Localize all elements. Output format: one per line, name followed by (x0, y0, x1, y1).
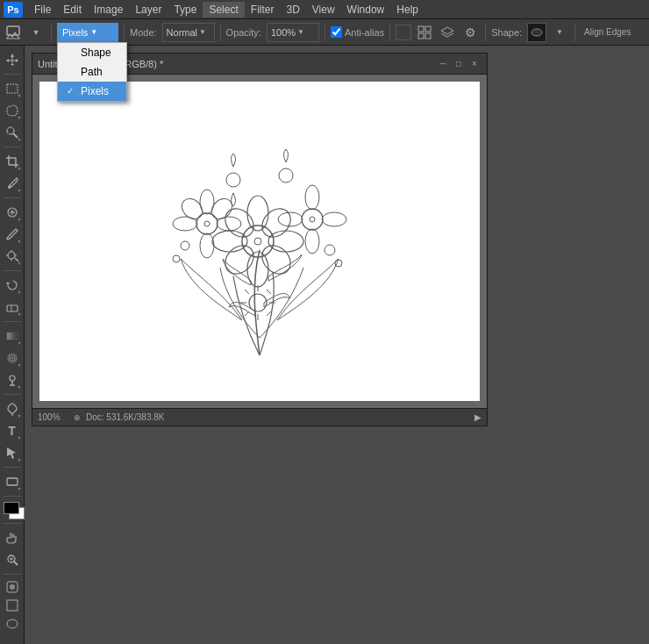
dodge-tool[interactable]: ▼ (2, 369, 23, 390)
opacity-value: 100% (271, 27, 296, 38)
quick-mask-tool[interactable] (4, 578, 21, 596)
menu-3d[interactable]: 3D (280, 2, 305, 18)
brush-tool[interactable]: ▼ (2, 224, 23, 245)
clone-tool[interactable]: ▼ (2, 246, 23, 267)
pixels-button[interactable]: Pixels ▼ (57, 23, 118, 42)
toolbar-sep-6 (4, 394, 21, 395)
svg-rect-30 (7, 305, 18, 311)
svg-marker-8 (6, 54, 18, 66)
anti-alias-checkbox[interactable]: Anti-alias (331, 26, 384, 38)
document-statusbar: 100% ⊕ Doc: 531.6K/383.8K ▶ (32, 408, 487, 426)
square-icon[interactable] (396, 25, 411, 40)
eyedropper-tool[interactable]: ▼ (2, 173, 23, 194)
opacity-label: Opacity: (226, 27, 261, 38)
menu-view[interactable]: View (306, 2, 341, 18)
blur-arrow: ▼ (18, 362, 22, 368)
menu-help[interactable]: Help (390, 2, 424, 18)
opacity-arrow-icon: ▼ (297, 28, 304, 36)
pathsel-arrow: ▼ (18, 457, 22, 462)
app-logo: Ps (4, 2, 23, 18)
svg-line-85 (267, 311, 271, 316)
anti-alias-input[interactable] (331, 26, 342, 38)
svg-rect-2 (418, 26, 424, 32)
pixels-label: Pixels (62, 27, 88, 38)
gradient-tool[interactable]: ▼ (2, 326, 23, 347)
healing-tool[interactable]: ▼ (2, 202, 23, 223)
lasso-tool[interactable]: ▼ (2, 100, 23, 121)
svg-point-72 (279, 168, 293, 182)
menu-image[interactable]: Image (88, 2, 129, 18)
blur-tool[interactable]: ▼ (2, 347, 23, 369)
history-tool[interactable]: ▼ (2, 275, 23, 296)
dodge-arrow: ▼ (18, 384, 22, 390)
svg-rect-4 (418, 33, 424, 39)
mode-dropdown[interactable]: Normal ▼ (162, 23, 215, 42)
minimize-button[interactable]: ─ (436, 57, 450, 71)
main-layout: ▼ ▼ ▼ (0, 46, 649, 644)
clone-arrow: ▼ (18, 261, 22, 266)
close-button[interactable]: × (467, 57, 481, 71)
pen-arrow: ▼ (18, 413, 22, 419)
svg-point-24 (8, 252, 15, 259)
separator-2 (124, 24, 125, 41)
menu-edit[interactable]: Edit (57, 2, 88, 18)
svg-marker-29 (6, 283, 10, 285)
menu-type[interactable]: Type (168, 2, 203, 18)
svg-point-20 (8, 186, 11, 189)
healing-arrow: ▼ (18, 217, 22, 222)
pixels-dropdown[interactable]: Pixels ▼ Shape Path ✓ Pixels (57, 23, 118, 42)
oval-select-tool[interactable] (4, 615, 21, 633)
shape-dropdown-icon[interactable]: ▼ (550, 23, 569, 42)
menu-layer[interactable]: Layer (129, 2, 168, 18)
lasso-arrow: ▼ (18, 115, 22, 120)
svg-point-74 (335, 260, 342, 267)
gradient-arrow: ▼ (18, 340, 22, 346)
foreground-color[interactable] (4, 502, 19, 514)
shape-label: Shape (81, 47, 111, 59)
type-tool[interactable]: T ▼ (2, 420, 23, 441)
svg-point-55 (219, 203, 259, 242)
screen-mode-tool[interactable] (4, 597, 21, 614)
crop-tool[interactable]: ▼ (2, 151, 23, 172)
magic-wand-tool[interactable]: ▼ (2, 122, 23, 143)
svg-point-66 (302, 209, 323, 230)
svg-point-73 (324, 245, 335, 255)
svg-point-47 (10, 584, 15, 590)
canvas-content[interactable] (39, 82, 480, 401)
svg-line-83 (267, 290, 271, 294)
marquee-tool[interactable]: ▼ (2, 78, 23, 99)
svg-point-49 (7, 619, 18, 628)
svg-marker-1 (7, 32, 19, 39)
menu-filter[interactable]: Filter (245, 2, 281, 18)
eraser-tool[interactable]: ▼ (2, 297, 23, 318)
menu-window[interactable]: Window (341, 2, 391, 18)
opacity-dropdown[interactable]: 100% ▼ (267, 23, 319, 42)
menu-file[interactable]: File (28, 2, 57, 18)
svg-rect-3 (425, 26, 431, 32)
toolbar-sep-1 (4, 74, 21, 75)
mode-arrow-icon: ▼ (199, 28, 206, 36)
brush-arrow: ▼ (18, 239, 22, 244)
path-select-tool[interactable]: ▼ (2, 442, 23, 463)
eraser-arrow: ▼ (18, 311, 22, 317)
grid-icon[interactable] (415, 23, 434, 42)
svg-marker-6 (441, 27, 453, 34)
restore-button[interactable]: □ (452, 57, 466, 71)
shape-tool[interactable]: ▼ (2, 471, 23, 492)
hand-tool[interactable] (2, 527, 23, 548)
crop-arrow: ▼ (18, 166, 22, 171)
pixels-menu-path[interactable]: Path (58, 62, 126, 82)
color-swatches[interactable] (2, 500, 23, 519)
menu-select[interactable]: Select (203, 2, 244, 18)
svg-point-67 (305, 185, 319, 210)
gear-icon[interactable]: ⚙ (460, 23, 480, 42)
move-tool[interactable] (2, 49, 23, 70)
shape-tool-icon[interactable] (4, 23, 23, 42)
zoom-tool[interactable] (2, 549, 23, 570)
pixels-menu-shape[interactable]: Shape (58, 43, 126, 62)
pen-tool[interactable]: ▼ (2, 398, 23, 419)
shape-preview[interactable] (527, 23, 546, 42)
pixels-menu-pixels[interactable]: ✓ Pixels (58, 82, 126, 101)
flower-artwork (128, 110, 391, 373)
layers-icon[interactable] (438, 23, 457, 42)
